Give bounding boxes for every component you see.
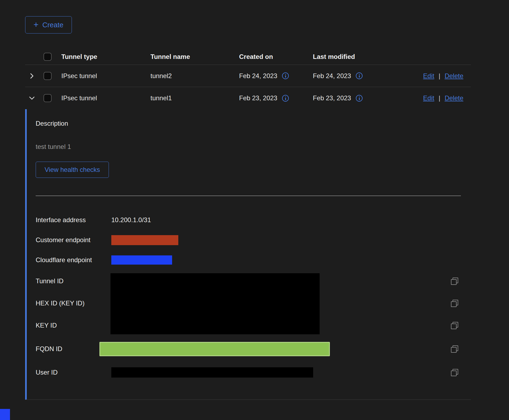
field-label: Tunnel ID [36,277,111,285]
tunnels-table: Tunnel type Tunnel name Created on Last … [25,49,471,400]
field-fqdn-id: FQDN ID [36,336,471,361]
copy-key-id-button[interactable] [451,322,458,329]
description-value: test tunnel 1 [36,143,471,151]
row-checkbox[interactable] [43,94,52,102]
header-created-on: Created on [234,53,307,61]
header-last-modified: Last modified [307,53,394,61]
field-label: Interface address [36,216,111,224]
action-separator: | [438,72,440,80]
panel-divider [36,196,461,196]
copy-icon [451,278,458,285]
plus-icon: + [34,20,39,29]
copy-icon [451,369,458,376]
view-health-checks-button[interactable]: View health checks [36,162,109,178]
copy-user-id-button[interactable] [451,369,458,376]
created-on-value: Feb 24, 2023 [239,72,277,80]
interface-address-value: 10.200.1.0/31 [111,216,151,224]
field-user-id: User ID [36,361,471,384]
tunnel-type-value: IPsec tunnel [56,94,145,102]
cloudflare-endpoint-redacted-value [111,255,172,265]
created-on-value: Feb 23, 2023 [239,94,277,102]
field-label: KEY ID [36,322,111,329]
header-checkbox-cell [40,53,56,61]
field-customer-endpoint: Customer endpoint [36,230,471,250]
delete-link[interactable]: Delete [445,72,463,80]
action-separator: | [438,94,440,102]
tunnel-fields: Interface address 10.200.1.0/31 Customer… [36,210,471,384]
customer-endpoint-redacted-value [111,235,178,245]
corner-blue-block [0,409,10,420]
table-row: IPsec tunnel tunnel1 Feb 23, 2023 Feb 23… [25,87,471,109]
tunnel-name-value: tunnel1 [145,94,234,102]
id-values-redacted-block [110,273,320,334]
user-id-redacted-value [111,367,313,378]
fqdn-id-redacted-value [99,342,330,356]
chevron-down-icon [29,95,35,101]
field-label: Cloudflare endpoint [36,256,111,264]
field-cloudflare-endpoint: Cloudflare endpoint [36,250,471,270]
field-interface-address: Interface address 10.200.1.0/31 [36,210,471,230]
field-label: User ID [36,369,111,376]
collapse-row-button[interactable] [28,94,36,102]
edit-link[interactable]: Edit [423,72,434,80]
info-icon[interactable] [282,72,289,79]
copy-icon [451,322,458,329]
row-checkbox[interactable] [43,72,52,80]
header-tunnel-type: Tunnel type [56,53,145,61]
copy-icon [451,300,458,307]
info-icon[interactable] [356,95,363,102]
tunnel-name-value: tunnel2 [145,72,234,80]
delete-link[interactable]: Delete [445,94,463,102]
header-tunnel-name: Tunnel name [145,53,234,61]
chevron-right-icon [29,73,35,79]
copy-tunnel-id-button[interactable] [451,278,458,285]
copy-hex-id-button[interactable] [451,300,458,307]
copy-fqdn-id-button[interactable] [451,345,458,353]
info-icon[interactable] [282,95,289,102]
field-label: Customer endpoint [36,236,111,244]
tunnel-detail-panel: Description test tunnel 1 View health ch… [25,109,471,400]
tunnel-type-value: IPsec tunnel [56,72,145,80]
last-modified-value: Feb 24, 2023 [313,72,351,80]
info-icon[interactable] [356,72,363,79]
description-label: Description [36,119,471,128]
edit-link[interactable]: Edit [423,94,434,102]
tunnels-page: + Create Tunnel type Tunnel name Created… [0,0,509,400]
field-label: HEX ID (KEY ID) [36,299,111,307]
table-header: Tunnel type Tunnel name Created on Last … [25,49,471,65]
copy-icon [451,345,458,353]
last-modified-value: Feb 23, 2023 [313,94,351,102]
table-row: IPsec tunnel tunnel2 Feb 24, 2023 Feb 24… [25,65,471,87]
tunnel-id-group: Tunnel ID HEX ID (KEY ID) KEY ID [36,270,471,336]
create-button-label: Create [42,21,63,29]
select-all-checkbox[interactable] [43,53,52,61]
create-button[interactable]: + Create [25,16,72,34]
expand-row-button[interactable] [28,72,36,80]
